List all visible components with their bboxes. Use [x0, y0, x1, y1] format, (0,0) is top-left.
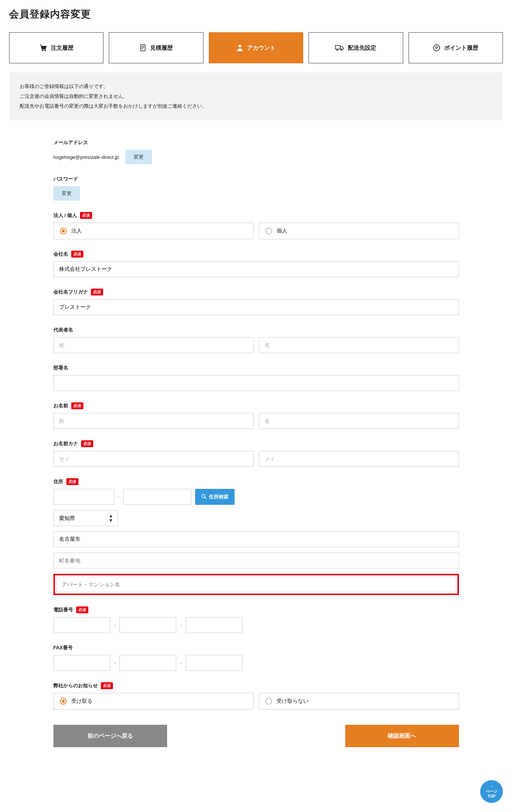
svg-point-0 [42, 50, 43, 51]
label-company-name: 会社名 [53, 251, 68, 258]
tab-label: 見積履歴 [150, 44, 173, 52]
lastname-kana-input[interactable] [53, 451, 254, 467]
tab-points[interactable]: P ポイント履歴 [409, 32, 503, 63]
firstname-kana-input[interactable] [259, 451, 459, 467]
notice-line: 配送先やお電話番号の変更の際は大変お手数をおかけしますが別途ご連絡ください。 [20, 101, 492, 111]
label-representative: 代表者名 [53, 327, 459, 333]
change-password-button[interactable]: 変更 [53, 186, 80, 201]
label-name: お名前 [53, 402, 68, 409]
tab-label: 注文履歴 [51, 44, 74, 52]
fax2-input[interactable] [119, 655, 176, 671]
department-input[interactable] [53, 375, 459, 391]
required-badge: 必須 [71, 402, 83, 409]
label-department: 部署名 [53, 364, 459, 371]
person-icon [236, 44, 243, 52]
fax1-input[interactable] [53, 655, 110, 671]
dash-separator: - [180, 622, 182, 628]
phone3-input[interactable] [186, 617, 243, 633]
radio-label: 法人 [71, 228, 82, 234]
email-value: hogehoge@presstalk-direct.jp [53, 154, 119, 160]
company-kana-input[interactable] [53, 299, 459, 315]
radio-dot-icon [60, 698, 67, 705]
rep-firstname-input[interactable] [259, 337, 459, 353]
required-badge: 必須 [80, 212, 92, 219]
required-badge: 必須 [91, 289, 103, 295]
svg-point-9 [341, 49, 343, 50]
tab-shipping[interactable]: 配送先設定 [308, 32, 403, 63]
dash-separator: - [118, 494, 120, 500]
notice-line: お客様のご登録情報は以下の通りです。 [20, 82, 492, 91]
label-fax: FAX番号 [53, 644, 459, 651]
account-tabs: 注文履歴 見積履歴 アカウント 配送先設定 P ポイント履歴 [9, 32, 503, 63]
tab-account[interactable]: アカウント [209, 32, 303, 63]
required-badge: 必須 [101, 682, 113, 689]
company-name-input[interactable] [53, 261, 459, 277]
radio-newsletter-no[interactable]: 受け取らない [259, 693, 459, 710]
street-input[interactable] [53, 553, 459, 569]
back-button[interactable]: 前のページへ戻る [53, 725, 167, 747]
required-badge: 必須 [76, 606, 88, 613]
radio-label: 受け取らない [277, 698, 308, 705]
radio-individual[interactable]: 個人 [259, 223, 459, 239]
label-name-kana: お名前カナ [53, 440, 78, 447]
radio-label: 受け取る [71, 698, 92, 705]
svg-point-8 [337, 49, 338, 50]
svg-point-6 [238, 45, 241, 47]
tab-label: ポイント履歴 [444, 44, 478, 52]
postal-search-label: 住所検索 [209, 493, 229, 500]
phone2-input[interactable] [119, 617, 176, 633]
phone1-input[interactable] [53, 617, 110, 633]
label-phone: 電話番号 [53, 606, 73, 613]
postal2-input[interactable] [123, 489, 191, 505]
postal1-input[interactable] [53, 489, 114, 505]
document-icon [139, 44, 146, 52]
fax3-input[interactable] [186, 655, 243, 671]
building-input[interactable] [56, 576, 456, 592]
city-input[interactable] [53, 531, 459, 547]
label-password: パスワード [53, 176, 459, 182]
radio-label: 個人 [277, 228, 287, 234]
radio-dot-icon [265, 228, 272, 234]
postal-search-button[interactable]: 住所検索 [195, 489, 235, 505]
svg-rect-2 [141, 45, 145, 51]
svg-point-1 [44, 50, 45, 51]
highlight-frame [53, 574, 459, 595]
radio-dot-icon [60, 228, 67, 234]
radio-dot-icon [265, 698, 272, 705]
notice-box: お客様のご登録情報は以下の通りです。 ご注文後の会員情報は自動的に変更されません… [9, 72, 503, 120]
tab-order-history[interactable]: 注文履歴 [9, 32, 103, 63]
confirm-button[interactable]: 確認画面へ [345, 725, 459, 747]
radio-corporate[interactable]: 法人 [53, 223, 254, 239]
svg-text:P: P [435, 46, 438, 50]
svg-point-12 [202, 494, 205, 498]
rep-lastname-input[interactable] [53, 337, 254, 353]
label-email: メールアドレス [53, 139, 459, 146]
dash-separator: - [180, 660, 182, 666]
point-icon: P [433, 44, 440, 52]
change-email-button[interactable]: 変更 [125, 150, 152, 164]
required-badge: 必須 [71, 251, 83, 258]
notice-line: ご注文後の会員情報は自動的に変更されません。 [20, 91, 492, 101]
tab-label: 配送先設定 [348, 44, 376, 52]
prefecture-select[interactable]: 愛知県 [53, 510, 118, 526]
tab-label: アカウント [247, 44, 276, 52]
dash-separator: - [114, 660, 116, 666]
svg-line-13 [205, 497, 206, 499]
required-badge: 必須 [66, 478, 78, 485]
label-address: 住所 [53, 478, 63, 485]
label-entity-type: 法人 / 個人 [53, 212, 77, 219]
cart-icon [39, 44, 47, 51]
label-newsletter: 弊社からのお知らせ [53, 682, 98, 689]
dash-separator: - [114, 622, 116, 628]
required-badge: 必須 [81, 440, 93, 447]
search-icon [201, 494, 207, 500]
firstname-input[interactable] [259, 413, 459, 429]
lastname-input[interactable] [53, 413, 254, 429]
truck-icon [335, 44, 344, 51]
tab-estimate-history[interactable]: 見積履歴 [109, 32, 203, 63]
radio-newsletter-yes[interactable]: 受け取る [53, 693, 254, 710]
svg-rect-7 [335, 46, 340, 49]
label-company-kana: 会社名フリガナ [53, 289, 88, 295]
page-title: 会員登録内容変更 [9, 8, 503, 21]
